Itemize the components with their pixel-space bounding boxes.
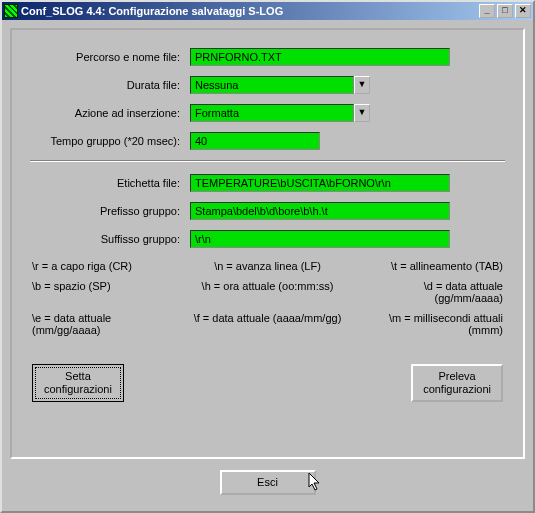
action-combo[interactable]: Formatta ▼ (190, 104, 370, 122)
main-panel: Percorso e nome file: PRNFORNO.TXT Durat… (10, 28, 525, 459)
duration-label: Durata file: (30, 79, 190, 91)
exit-button[interactable]: Esci (220, 470, 316, 495)
group-time-input[interactable]: 40 (190, 132, 320, 150)
prefix-input[interactable]: Stampa\bdel\b\d\bore\b\h.\t (190, 202, 450, 220)
bottom-bar: Esci (10, 459, 525, 505)
legend-h: \h = ora attuale (oo:mm:ss) (192, 280, 342, 304)
filelabel-value: TEMPERATURE\bUSCITA\bFORNO\r\n (195, 177, 391, 189)
window-frame: Conf_SLOG 4.4: Configurazione salvataggi… (0, 0, 535, 513)
prefix-value: Stampa\bdel\b\d\bore\b\h.\t (195, 205, 328, 217)
legend-m: \m = millisecondi attuali (mmm) (353, 312, 503, 336)
path-value: PRNFORNO.TXT (195, 51, 282, 63)
suffix-label: Suffisso gruppo: (30, 233, 190, 245)
filelabel-label: Etichetta file: (30, 177, 190, 189)
suffix-value: \r\n (195, 233, 211, 245)
prefix-label: Prefisso gruppo: (30, 205, 190, 217)
legend-b: \b = spazio (SP) (32, 280, 182, 304)
action-label: Azione ad inserzione: (30, 107, 190, 119)
chevron-down-icon[interactable]: ▼ (354, 76, 370, 94)
action-value: Formatta (195, 107, 239, 119)
window-controls: _ □ ✕ (479, 4, 531, 18)
separator (30, 160, 505, 162)
filelabel-input[interactable]: TEMPERATURE\bUSCITA\bFORNO\r\n (190, 174, 450, 192)
duration-value: Nessuna (195, 79, 238, 91)
minimize-button[interactable]: _ (479, 4, 495, 18)
get-config-button[interactable]: Preleva configurazioni (411, 364, 503, 402)
legend-r: \r = a capo riga (CR) (32, 260, 182, 272)
group-time-value: 40 (195, 135, 207, 147)
duration-combo[interactable]: Nessuna ▼ (190, 76, 370, 94)
group-time-label: Tempo gruppo (*20 msec): (30, 135, 190, 147)
legend-e: \e = data attuale (mm/gg/aaaa) (32, 312, 182, 336)
chevron-down-icon[interactable]: ▼ (354, 104, 370, 122)
config-button-row: Setta configurazioni Preleva configurazi… (30, 364, 505, 402)
legend-n: \n = avanza linea (LF) (192, 260, 342, 272)
maximize-button[interactable]: □ (497, 4, 513, 18)
path-input[interactable]: PRNFORNO.TXT (190, 48, 450, 66)
path-label: Percorso e nome file: (30, 51, 190, 63)
legend-grid: \r = a capo riga (CR) \n = avanza linea … (32, 260, 503, 336)
suffix-input[interactable]: \r\n (190, 230, 450, 248)
legend-t: \t = allineamento (TAB) (353, 260, 503, 272)
legend-d: \d = data attuale (gg/mm/aaaa) (353, 280, 503, 304)
set-config-button[interactable]: Setta configurazioni (32, 364, 124, 402)
legend-f: \f = data attuale (aaaa/mm/gg) (192, 312, 342, 336)
app-icon (4, 4, 18, 18)
close-button[interactable]: ✕ (515, 4, 531, 18)
client-area: Percorso e nome file: PRNFORNO.TXT Durat… (2, 20, 533, 511)
window-title: Conf_SLOG 4.4: Configurazione salvataggi… (21, 5, 479, 17)
title-bar: Conf_SLOG 4.4: Configurazione salvataggi… (2, 2, 533, 20)
